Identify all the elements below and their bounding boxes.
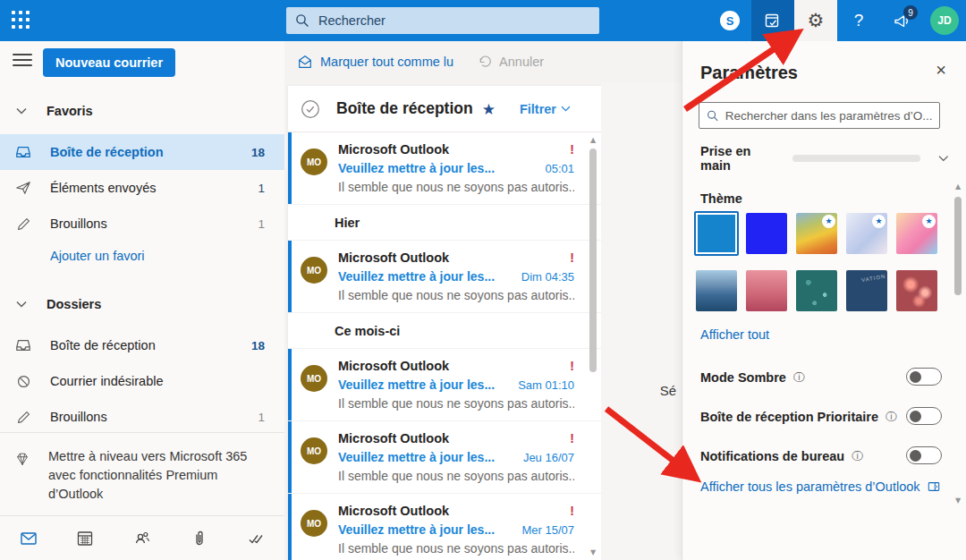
scroll-down-arrow[interactable]: ▼	[589, 548, 597, 556]
theme-tile-royal-blue[interactable]	[746, 213, 787, 254]
settings-search-input[interactable]	[725, 109, 932, 123]
sender-avatar[interactable]: MO	[301, 257, 327, 284]
sidebar-item-inbox[interactable]: Boîte de réception 18	[0, 327, 284, 363]
mail-item[interactable]: MO Microsoft Outlook! Veuillez mettre à …	[288, 349, 601, 421]
scrollbar-thumb[interactable]	[954, 197, 962, 295]
people-module-button[interactable]	[114, 529, 171, 548]
sidebar-item-inbox-favorite[interactable]: Boîte de réception 18	[0, 134, 284, 170]
theme-tile-unicorn-premium[interactable]: ★	[896, 213, 937, 254]
whats-new-button[interactable]: 9	[880, 0, 923, 41]
app-launcher-button[interactable]	[0, 0, 43, 41]
todo-module-button[interactable]	[227, 529, 284, 548]
top-search-box[interactable]	[286, 7, 599, 34]
select-all-checkbox[interactable]	[301, 99, 320, 119]
skype-button[interactable]: S	[708, 0, 751, 41]
mail-time: Dim 04:35	[521, 267, 574, 286]
favorite-star-icon[interactable]: ★	[482, 100, 496, 118]
mail-module-button[interactable]	[0, 529, 57, 548]
theme-tile-red-lights[interactable]	[896, 270, 937, 311]
toggle-knob	[910, 450, 921, 462]
favorites-section-header[interactable]: Favoris	[0, 97, 284, 125]
sender-name: Microsoft Outlook	[338, 502, 449, 521]
unread-count: 18	[251, 146, 265, 159]
settings-search-box[interactable]	[699, 102, 940, 129]
info-icon[interactable]: ⓘ	[793, 370, 805, 386]
theme-tile-blue-selected[interactable]	[694, 211, 739, 256]
sender-avatar[interactable]: MO	[301, 365, 327, 392]
my-day-button[interactable]	[751, 0, 794, 41]
settings-gear-button[interactable]: ⚙	[794, 0, 837, 41]
undo-icon	[477, 55, 492, 70]
undo-button[interactable]: Annuler	[477, 55, 544, 70]
dark-mode-row: Mode Sombre ⓘ	[700, 367, 933, 388]
help-button[interactable]: ?	[837, 0, 880, 41]
theme-tile-sunset-premium[interactable]: ★	[796, 213, 837, 254]
get-started-row[interactable]: Prise en main	[700, 148, 949, 168]
premium-star-badge: ★	[822, 215, 835, 228]
list-title: Boîte de réception	[336, 99, 473, 118]
upgrade-promo[interactable]: Mettre à niveau vers Microsoft 365 avec …	[0, 438, 284, 504]
focused-inbox-row: Boîte de réception Prioritaire ⓘ	[700, 406, 933, 428]
module-switcher	[0, 515, 284, 560]
scrollbar-thumb[interactable]	[589, 148, 597, 372]
open-pane-icon	[928, 480, 940, 493]
folders-section-header[interactable]: Dossiers	[0, 290, 284, 318]
sender-avatar[interactable]: MO	[301, 510, 327, 537]
scroll-up-arrow[interactable]: ▲	[589, 136, 597, 144]
theme-tile-palm-sunset[interactable]	[746, 270, 787, 311]
attachments-module-button[interactable]	[171, 529, 228, 548]
sender-avatar[interactable]: MO	[301, 148, 327, 175]
info-icon[interactable]: ⓘ	[886, 410, 897, 425]
close-icon[interactable]: ×	[936, 61, 946, 79]
premium-star-badge: ★	[922, 215, 936, 228]
scroll-down-arrow[interactable]: ▼	[953, 496, 962, 505]
sidebar-item-drafts[interactable]: Brouillons 1	[0, 399, 284, 435]
mail-subject: Veuillez mettre à jour les...	[338, 448, 495, 467]
filter-button[interactable]: Filtrer	[520, 102, 571, 116]
theme-tile-innovation[interactable]: VATION	[846, 270, 887, 311]
theme-tile-circuit[interactable]	[796, 270, 837, 311]
show-all-themes-link[interactable]: Afficher tout	[700, 327, 769, 342]
sidebar-item-drafts-favorite[interactable]: Brouillons 1	[0, 206, 284, 242]
info-icon[interactable]: ⓘ	[852, 449, 863, 464]
mail-item[interactable]: MO Microsoft Outlook! Veuillez mettre à …	[288, 241, 601, 313]
favorites-header-label: Favoris	[47, 104, 93, 118]
view-all-settings-link[interactable]: Afficher tous les paramètres d’Outlook	[700, 479, 940, 494]
folder-sidebar: Nouveau courrier Favoris Boîte de récept…	[0, 41, 284, 560]
block-icon	[14, 374, 32, 389]
dark-mode-toggle[interactable]	[906, 368, 942, 386]
sidebar-item-label: Boîte de réception	[50, 338, 251, 352]
desktop-notifications-toggle[interactable]	[906, 446, 942, 464]
list-section-this-month: Ce mois-ci	[288, 313, 601, 349]
importance-icon: !	[570, 357, 574, 376]
add-favorite-link[interactable]: Ajouter un favori	[50, 249, 145, 263]
scroll-up-arrow[interactable]: ▲	[953, 182, 962, 191]
divider	[0, 432, 284, 433]
sidebar-item-junk[interactable]: Courrier indésirable	[0, 363, 284, 399]
sender-avatar[interactable]: MO	[301, 437, 327, 464]
mail-item[interactable]: MO Microsoft Outlook! Veuillez mettre à …	[288, 494, 601, 560]
list-scrollbar[interactable]: ▲ ▼	[589, 136, 597, 556]
search-input[interactable]	[318, 13, 590, 28]
collapse-nav-button[interactable]	[13, 54, 32, 68]
search-icon	[707, 109, 719, 123]
filter-label: Filtrer	[520, 102, 556, 116]
new-mail-button[interactable]: Nouveau courrier	[43, 48, 175, 77]
theme-tile-pastel-premium[interactable]: ★	[846, 213, 887, 254]
mail-item[interactable]: MO Microsoft Outlook! Veuillez mettre à …	[288, 421, 601, 494]
sidebar-item-sent[interactable]: Éléments envoyés 1	[0, 170, 284, 206]
mail-item[interactable]: MO Microsoft Outlook! Veuillez mettre à …	[288, 132, 601, 205]
mark-all-read-button[interactable]: Marquer tout comme lu	[297, 54, 453, 70]
calendar-module-button[interactable]	[57, 529, 114, 548]
section-label: Hier	[335, 216, 360, 230]
theme-tile-mountains[interactable]	[696, 270, 737, 311]
settings-scrollbar[interactable]: ▲ ▼	[953, 182, 962, 505]
focused-inbox-toggle[interactable]	[906, 407, 942, 425]
innovation-tile-text: VATION	[860, 274, 886, 284]
mail-time: 05:01	[545, 159, 574, 178]
account-button[interactable]: JD	[923, 0, 966, 41]
skype-icon: S	[720, 11, 740, 30]
mail-time: Sam 01:10	[518, 376, 574, 395]
sidebar-item-label: Courrier indésirable	[50, 374, 265, 388]
undo-label: Annuler	[499, 55, 544, 69]
